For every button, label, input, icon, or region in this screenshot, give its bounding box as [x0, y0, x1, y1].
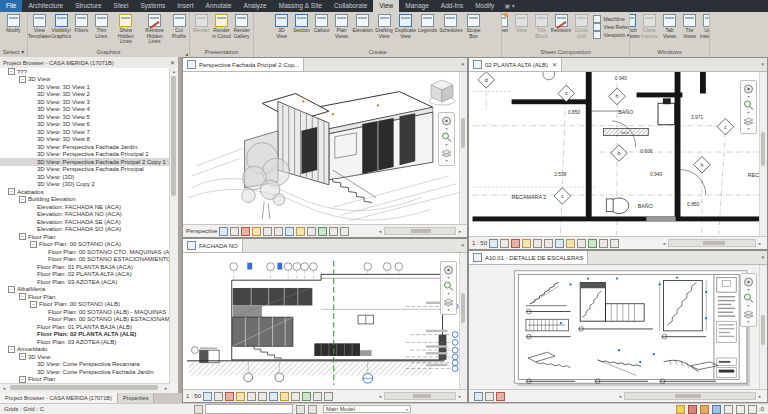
pan-icon[interactable] — [441, 148, 452, 158]
modify-button[interactable]: Modify — [4, 13, 24, 34]
tab-project-browser[interactable]: Project Browser - CASA MERIDA (17071B) — [0, 393, 118, 403]
tree-expander[interactable]: − — [19, 76, 26, 83]
tree-expander[interactable]: − — [19, 233, 26, 240]
caret-down-icon[interactable]: ▾ — [447, 292, 449, 296]
tree-item[interactable]: Floor Plan: 00 SOTANO (ALB) - MAQUINAS — [0, 308, 170, 316]
tree-item[interactable]: 3D View: 3D View 6 — [0, 121, 170, 129]
section-button[interactable]: Section — [292, 13, 312, 34]
filters-button[interactable]: Filters — [71, 13, 91, 34]
navigation-bar[interactable]: ▾ ▾ ▾ — [438, 112, 455, 166]
tree-expander[interactable]: − — [19, 293, 26, 300]
tree-item[interactable]: 3D View: 3D View 4 — [0, 106, 170, 114]
view-list-dropdown-icon[interactable]: ▾ — [458, 58, 467, 71]
tree-item[interactable]: Floor Plan: 00 SOTANO CTO. MAQUINAS (ACA… — [0, 248, 170, 256]
scroll-up-icon[interactable]: ▲ — [170, 68, 178, 75]
drag-on-selection-icon[interactable] — [736, 405, 745, 414]
project-browser-hscrollbar[interactable]: ◄ ► — [0, 383, 170, 393]
view-list-dropdown-icon[interactable]: ▾ — [758, 58, 767, 71]
tree-item[interactable]: Floor Plan: 02 PLANTA ALTA (ACA) — [0, 271, 170, 279]
3d-view-button[interactable]: 3D View — [272, 13, 292, 39]
zoom-icon[interactable] — [743, 100, 754, 110]
temporary-hide-isolate-icon[interactable] — [555, 239, 564, 248]
navigation-bar[interactable]: ▾ ▾ ▾ — [740, 273, 757, 327]
ribbon-tab-steel[interactable]: Steel — [108, 0, 135, 12]
show-crop-region-icon[interactable] — [274, 227, 283, 236]
tree-item[interactable]: Floor Plan: 01 PLANTA BAJA (ACA) — [0, 263, 170, 271]
view-templates-button[interactable]: View Templates — [28, 13, 51, 39]
shadows-icon[interactable] — [522, 239, 531, 248]
view-tab-perspective[interactable]: Perspectiva Fachada Pricipal 2 Cop... — [183, 58, 304, 71]
viewcube[interactable] — [427, 77, 457, 107]
scroll-left-icon[interactable]: ◄ — [616, 394, 624, 399]
preview-size-icon[interactable] — [474, 392, 483, 401]
temporary-view-properties-icon[interactable] — [577, 239, 586, 248]
caret-down-icon[interactable]: ▾ — [445, 159, 447, 163]
scrollbar-thumb[interactable] — [461, 118, 465, 148]
view-tab-elevation[interactable]: FACHADA NO — [183, 239, 243, 252]
steering-wheel-icon[interactable] — [743, 84, 754, 94]
steering-wheel-icon[interactable] — [443, 265, 454, 275]
pan-icon[interactable] — [743, 116, 754, 126]
reveal-hidden-elements-icon[interactable] — [280, 392, 289, 401]
close-icon[interactable]: ✕ — [170, 59, 175, 66]
close-view-icon[interactable]: ✕ — [552, 61, 557, 68]
displacement-icon[interactable] — [610, 239, 619, 248]
tree-item[interactable]: 3D View: {3D} Copy 2 — [0, 181, 170, 189]
view-list-dropdown-icon[interactable]: ▾ — [458, 239, 467, 252]
scroll-left-icon[interactable]: ◄ — [660, 241, 668, 246]
ribbon-tab-insert[interactable]: Insert — [171, 0, 199, 12]
plan-canvas[interactable]: BAÑORECAMARA 2BAÑOREC0.9400.8503.9710.60… — [469, 72, 767, 236]
matchline-button[interactable]: Matchline — [593, 15, 629, 23]
editing-requests-icon[interactable] — [194, 405, 203, 414]
tree-item[interactable]: Floor Plan: 00 SOTANO (ALB) ESTACIONAMIE… — [0, 316, 170, 324]
horizontal-scrollbar[interactable]: ◄ ► — [376, 227, 464, 235]
caret-down-icon[interactable]: ▾ — [447, 308, 449, 312]
view-reference-button[interactable]: View Reference — [593, 23, 629, 31]
pan-icon[interactable] — [743, 309, 754, 319]
ribbon-options-icon[interactable]: ▣ ▾ — [500, 0, 518, 12]
pan-icon[interactable] — [443, 297, 454, 307]
constraints-icon[interactable] — [329, 227, 338, 236]
tree-item[interactable]: −Building Elevation — [0, 196, 170, 204]
tree-expander[interactable]: − — [8, 346, 15, 353]
scroll-left-icon[interactable]: ◄ — [0, 384, 8, 393]
tree-item[interactable]: −Floor Plan — [0, 293, 170, 301]
tree-item[interactable]: 3D View: 3D View 7 — [0, 128, 170, 136]
caret-down-icon[interactable]: ▾ — [747, 320, 749, 324]
tree-item[interactable]: 3D View: 3D View 2 — [0, 91, 170, 99]
visual-style-icon[interactable] — [500, 239, 509, 248]
ribbon-tab-systems[interactable]: Systems — [134, 0, 171, 12]
scroll-right-icon[interactable]: ► — [756, 241, 764, 246]
ribbon-tab-structure[interactable]: Structure — [69, 0, 107, 12]
tree-expander[interactable]: − — [19, 376, 26, 383]
tree-item[interactable]: 3D View: {3D} — [0, 173, 170, 181]
tree-item[interactable]: −3D View — [0, 353, 170, 361]
revisions-button[interactable]: Revisions — [551, 13, 571, 34]
worksharing-display-icon[interactable] — [588, 239, 597, 248]
worksharing-display-icon[interactable] — [302, 392, 311, 401]
constraints-icon[interactable] — [313, 392, 322, 401]
tree-item[interactable]: Floor Plan: 03 AZOTEA (ACA) — [0, 278, 170, 286]
legends-button[interactable]: Legends — [417, 13, 438, 34]
switch-windows-button[interactable]: Switch Windows — [630, 13, 640, 39]
scrollbar-thumb[interactable] — [411, 229, 431, 233]
crop-view-icon[interactable] — [263, 227, 272, 236]
caret-down-icon[interactable]: ▾ — [445, 143, 447, 147]
caret-down-icon[interactable]: ▾ — [747, 127, 749, 131]
scroll-right-icon[interactable]: ► — [162, 384, 170, 393]
tree-item[interactable]: 3D View: 3D View 3 — [0, 98, 170, 106]
navigation-bar[interactable]: ▾ ▾ ▾ — [440, 261, 457, 315]
schedules-button[interactable]: Schedules — [438, 13, 463, 34]
edit-in-place-icon[interactable] — [712, 405, 721, 414]
show-crop-region-icon[interactable] — [258, 392, 267, 401]
zoom-icon[interactable] — [443, 281, 454, 291]
tree-item[interactable]: −Acabados — [0, 188, 170, 196]
steering-wheel-icon[interactable] — [441, 116, 452, 126]
drafting-view-button[interactable]: Drafting View — [374, 13, 394, 39]
viewports-button[interactable]: Viewports ▾ — [593, 31, 629, 39]
preview-size-icon[interactable] — [219, 227, 228, 236]
editable-only-filter-icon[interactable] — [676, 405, 685, 414]
tree-item[interactable]: 3D View: Perspectiva Fachada Principal 2 — [0, 151, 170, 159]
show-hidden-lines-button[interactable]: Show Hidden Lines — [111, 13, 140, 45]
view-tab-sheet[interactable]: A10.01 - DETALLE DE ESCALERAS — [469, 251, 588, 264]
